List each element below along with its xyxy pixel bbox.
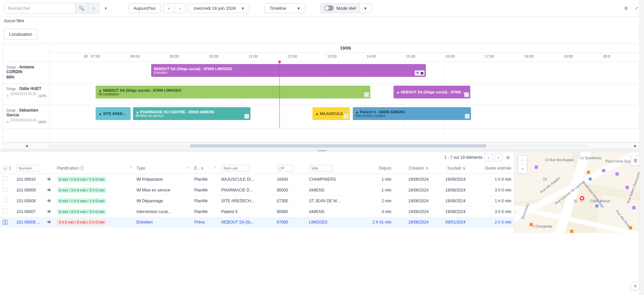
timeline-event[interactable]: ▲NEBOUT SA (Siège social) - 87000 LIMOGE…	[394, 86, 470, 98]
cell-type: Intervention curat...	[134, 206, 192, 217]
sort-icon: ⇅	[426, 167, 429, 170]
filter-cp[interactable]	[277, 165, 294, 172]
col-etat[interactable]: É...⇅▼	[192, 163, 218, 174]
row-checkbox[interactable]	[3, 176, 7, 181]
mode-toggle[interactable]: Mode réel	[320, 3, 359, 13]
cell-ville: ST JEAN DE M...	[306, 196, 359, 206]
map-label: 16	[573, 199, 577, 203]
expand-icon: ⤢	[635, 6, 639, 11]
info-icon: ⓘ	[80, 166, 84, 171]
cell-type: IM Mise en service	[134, 185, 192, 196]
filter-numero[interactable]	[16, 165, 40, 172]
map-poi-icon	[535, 166, 538, 169]
eye-icon[interactable]: 👁	[47, 209, 52, 214]
filter-bar: Aucun filtre	[0, 17, 644, 25]
timeline-event[interactable]: ▲MAJUSCULE Diffusion - 16🕐	[312, 107, 350, 120]
resource-track[interactable]: NEBOUT SA (Siège social) - 87000 LIMOGES…	[50, 62, 641, 83]
cell-souhait: 09/01/2024	[431, 217, 468, 228]
timeline-event[interactable]: NEBOUT SA (Siège social) - 87000 LIMOGES…	[151, 64, 426, 77]
splitter[interactable]	[0, 149, 644, 152]
next-button[interactable]: ›	[174, 3, 186, 13]
row-checkbox[interactable]	[3, 198, 7, 203]
timeline-event[interactable]: ▲Patient X - 80090 AMIENSIntervention cu…	[353, 107, 471, 120]
table-row[interactable]: 101-00009 👁 0 min / 3 h 0 min / 3 h 0 mi…	[0, 185, 514, 196]
pager-prev[interactable]: ‹	[484, 153, 493, 161]
eye-icon[interactable]: 👁	[47, 198, 52, 204]
map-panel[interactable]: 13 Rue des Anglais Le Speakeasy Place De…	[514, 152, 644, 233]
timeline-row: Siège - Antoine CORDIN88%NEBOUT SA (Sièg…	[3, 62, 641, 84]
cell-numero: 101-00006 ...	[14, 217, 44, 228]
row-checkbox[interactable]	[3, 209, 7, 213]
table-row[interactable]: 101-00008 👁 0 min / 1 h 0 min / 1 h 0 mi…	[0, 196, 514, 206]
eye-icon[interactable]: 👁	[47, 187, 52, 193]
table-row[interactable]: 1 101-00006 ... 👁 2 h 0 min / 0 min / 2 …	[0, 217, 514, 228]
cell-cp: 80000	[274, 185, 306, 196]
clock-icon: 🕐	[465, 114, 470, 119]
today-button[interactable]: Aujourd'hui	[129, 3, 161, 13]
settings-button[interactable]: ⚙	[623, 4, 630, 12]
search-dropdown[interactable]: ▾	[102, 4, 110, 13]
resource-label[interactable]: Siège - Odile HUET↻ 19/06/2024 09:35 113…	[3, 84, 50, 105]
filter-icon[interactable]: ▼	[187, 166, 190, 170]
table-row[interactable]: 101-00010 👁 0 min / 1 h 0 min / 1 h 0 mi…	[0, 174, 514, 185]
favorite-button[interactable]: ☆	[88, 3, 99, 13]
timeline-row: Siège - Odile HUET↻ 19/06/2024 09:35 113…	[3, 84, 641, 105]
pager-next[interactable]: ›	[495, 153, 503, 161]
view-select[interactable]: Timeline ▾	[265, 3, 305, 13]
top-toolbar: 🔍 ☆ ▾ Aujourd'hui ‹ › mercredi 19 juin 2…	[0, 0, 644, 17]
filter-nom-adr[interactable]	[221, 165, 250, 172]
cell-souhait: 19/06/2024	[431, 174, 468, 185]
timeline-scrollbar[interactable]: ◀ ▶	[3, 142, 641, 149]
search-icon: 🔍	[79, 6, 84, 11]
hour-cell: 13:00	[326, 53, 365, 62]
table-row[interactable]: 101-00007 👁 0 min / 3 h 0 min / 3 h 0 mi…	[0, 206, 514, 217]
timeline-event[interactable]: ▲SITE AREDECHE	[96, 107, 131, 120]
eye-icon[interactable]: 👁	[47, 219, 52, 225]
timeline-event[interactable]: ▲PHARMACIE DU CENTRE - 80000 AMIENSIM Mi…	[133, 107, 250, 120]
col-souhait[interactable]: Souhait ⇅	[431, 163, 468, 174]
filter-icon[interactable]: ▼	[129, 166, 133, 169]
col-type[interactable]: Type▼	[134, 163, 192, 174]
date-picker[interactable]: mercredi 19 juin 2024 ▾	[189, 3, 249, 13]
col-planification[interactable]: Planification ⓘ▼	[54, 163, 134, 174]
prev-button[interactable]: ‹	[163, 3, 174, 13]
chevron-right-icon: ›	[179, 6, 181, 11]
map-canvas[interactable]: 13 Rue des Anglais Le Speakeasy Place De…	[514, 152, 644, 233]
location-button[interactable]: Localisation	[4, 29, 37, 40]
eye-icon[interactable]: 👁	[47, 177, 52, 182]
col-duree[interactable]: Durée estimée	[468, 163, 514, 174]
splitter-handle-icon	[318, 150, 326, 151]
timeline-date-header: 19/06	[50, 43, 641, 53]
filter-icon[interactable]: ▼	[214, 166, 217, 170]
hour-cell: 18:00	[523, 53, 562, 62]
zoom-out-button[interactable]: −	[518, 165, 527, 173]
zoom-in-button[interactable]: +	[518, 156, 527, 165]
resource-track[interactable]: ▲SITE AREDECHE▲PHARMACIE DU CENTRE - 800…	[50, 105, 641, 128]
search-group: 🔍 ☆	[4, 3, 99, 13]
scroll-left-icon[interactable]: ◀	[23, 144, 30, 148]
resource-label[interactable]: Siège - Antoine CORDIN88%	[3, 62, 50, 83]
resource-track[interactable]: ▲NEBOUT SA (Siège social) - 87000 LIMOGE…	[50, 84, 641, 105]
table-settings[interactable]: ⚙	[505, 154, 511, 161]
search-button[interactable]: 🔍	[75, 3, 88, 13]
cell-numero: 101-00008	[14, 196, 44, 206]
resource-label[interactable]: Siège - Sébastien Garcia↻ 12/06/2024 08:…	[3, 105, 50, 128]
data-table: −1 Planification ⓘ▼ Type▼ É...⇅▼ Depuis …	[0, 163, 514, 228]
hour-cell: 12:00	[286, 53, 326, 62]
search-input[interactable]	[4, 4, 75, 13]
mode-dropdown[interactable]: ▾	[359, 3, 372, 13]
row-checkbox[interactable]	[3, 187, 7, 192]
row-checkbox[interactable]: 1	[3, 220, 7, 225]
col-creation[interactable]: Création ⇅	[394, 163, 431, 174]
scroll-right-icon[interactable]: ▶	[632, 144, 639, 148]
filter-ville[interactable]	[309, 165, 333, 172]
scroll-thumb[interactable]	[190, 144, 486, 148]
table-panel: 1 - 7 sur 19 éléments ‹ › ⚙ −1 Planifica…	[0, 152, 514, 233]
col-depuis[interactable]: Depuis	[359, 163, 394, 174]
select-all-checkbox[interactable]: −	[3, 166, 7, 171]
timeline-event[interactable]: ▲NEBOUT SA (Siège social) - 87000 LIMOGE…	[96, 86, 370, 98]
cell-nom: PHARMACIE D...	[218, 185, 274, 196]
cell-depuis: 2 h 41 min	[359, 217, 394, 228]
map-pin-icon[interactable]	[579, 195, 585, 201]
map-label: 13 Rue des Anglais	[545, 158, 574, 162]
